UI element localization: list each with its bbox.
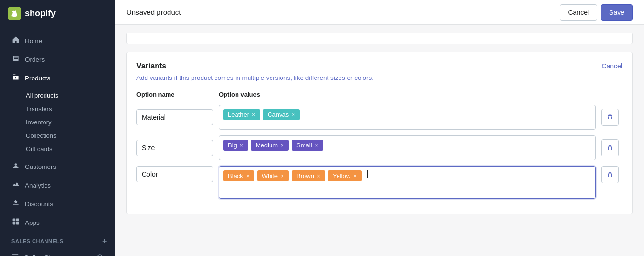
text-cursor [367, 170, 368, 178]
tag-white-label: White [262, 172, 278, 179]
sales-channels-header: SALES CHANNELS + [0, 232, 115, 248]
tag-medium-remove[interactable]: × [281, 142, 284, 149]
tag-medium: Medium × [251, 140, 289, 151]
option-name-input-size[interactable] [136, 140, 213, 156]
sidebar-item-discounts-label: Discounts [25, 200, 53, 208]
discounts-icon [11, 199, 20, 209]
online-store-left: Online Store [11, 253, 60, 256]
tag-big: Big × [223, 140, 248, 151]
tag-big-label: Big [228, 142, 237, 149]
sidebar: shopify Home Orders Products All product… [0, 0, 115, 256]
sidebar-item-products[interactable]: Products [4, 69, 111, 87]
home-icon [11, 36, 20, 45]
col-option-name-header: Option name [136, 91, 213, 98]
sidebar-item-gift-cards[interactable]: Gift cards [21, 143, 111, 156]
sidebar-item-inventory[interactable]: Inventory [21, 116, 111, 129]
tag-big-remove[interactable]: × [240, 142, 243, 149]
tag-canvas-label: Canvas [268, 111, 289, 118]
sidebar-item-all-products[interactable]: All products [21, 89, 111, 102]
customers-icon [11, 162, 20, 171]
tag-leather-remove[interactable]: × [252, 111, 255, 118]
tag-yellow: Yellow × [328, 170, 362, 181]
tag-brown-label: Brown [296, 172, 314, 179]
partial-card [126, 33, 633, 44]
tag-leather: Leather × [223, 109, 260, 120]
tag-leather-label: Leather [228, 111, 249, 118]
tag-yellow-label: Yellow [333, 172, 350, 179]
tag-black: Black × [223, 170, 254, 181]
tag-black-label: Black [228, 172, 243, 179]
products-icon [11, 73, 20, 83]
option-row-material: Leather × Canvas × [136, 105, 622, 130]
col-option-values-header: Option values [219, 91, 596, 98]
option-name-input-color[interactable] [136, 166, 213, 182]
tag-small-label: Small [296, 142, 312, 149]
main-content: Unsaved product Cancel Save Variants Can… [115, 0, 644, 256]
sidebar-item-analytics-label: Analytics [25, 182, 51, 189]
sidebar-item-analytics[interactable]: Analytics [4, 176, 111, 194]
sidebar-item-home-label: Home [25, 37, 42, 45]
add-sales-channel-icon[interactable]: + [102, 237, 107, 245]
sidebar-item-orders-label: Orders [25, 56, 45, 63]
tag-white: White × [257, 170, 289, 181]
online-store-icon [11, 253, 19, 256]
shopify-logo-icon [8, 7, 21, 20]
apps-icon [11, 218, 20, 227]
cancel-button[interactable]: Cancel [560, 4, 597, 21]
variants-card: Variants Cancel Add variants if this pro… [126, 52, 633, 214]
delete-size-button[interactable] [601, 139, 619, 156]
svg-point-0 [15, 163, 17, 166]
page-title: Unsaved product [126, 8, 181, 16]
tag-white-remove[interactable]: × [281, 173, 284, 179]
sidebar-logo: shopify [0, 0, 115, 27]
sales-channels-label: SALES CHANNELS [11, 238, 64, 244]
tag-medium-label: Medium [256, 142, 278, 149]
content-area: Variants Cancel Add variants if this pro… [115, 25, 644, 226]
save-button[interactable]: Save [601, 4, 633, 21]
tag-brown: Brown × [292, 170, 325, 181]
online-store-label: Online Store [24, 254, 60, 256]
sidebar-item-customers[interactable]: Customers [4, 157, 111, 176]
option-values-color[interactable]: Black × White × Brown × Yellow × [219, 166, 596, 199]
top-bar-actions: Cancel Save [560, 4, 633, 21]
online-store-visibility-icon[interactable] [96, 253, 103, 256]
variants-description: Add variants if this product comes in mu… [136, 74, 622, 81]
tag-small-remove[interactable]: × [315, 142, 318, 149]
delete-color-button[interactable] [601, 166, 619, 183]
sidebar-item-orders[interactable]: Orders [4, 50, 111, 68]
delete-material-button[interactable] [601, 109, 619, 126]
sidebar-item-customers-label: Customers [25, 163, 56, 170]
variants-header: Variants Cancel [136, 62, 622, 70]
tag-black-remove[interactable]: × [246, 173, 249, 179]
sidebar-item-transfers[interactable]: Transfers [21, 102, 111, 115]
option-row-color: Black × White × Brown × Yellow × [136, 166, 622, 199]
option-values-size[interactable]: Big × Medium × Small × [219, 135, 596, 160]
sidebar-item-discounts[interactable]: Discounts [4, 195, 111, 213]
options-header-row: Option name Option values [136, 91, 622, 102]
logo-text: shopify [25, 9, 56, 19]
tag-canvas-remove[interactable]: × [292, 111, 295, 118]
option-values-material[interactable]: Leather × Canvas × [219, 105, 596, 130]
sidebar-item-online-store[interactable]: Online Store [4, 249, 111, 256]
tag-yellow-remove[interactable]: × [353, 173, 357, 179]
sidebar-navigation: Home Orders Products All products Transf… [0, 27, 115, 256]
svg-rect-1 [13, 219, 16, 222]
sidebar-item-home[interactable]: Home [4, 32, 111, 50]
top-bar: Unsaved product Cancel Save [115, 0, 644, 25]
tag-small: Small × [292, 140, 323, 151]
sidebar-item-products-label: Products [25, 75, 50, 82]
svg-rect-4 [16, 222, 19, 225]
option-row-size: Big × Medium × Small × [136, 135, 622, 160]
variants-title: Variants [136, 62, 166, 70]
tag-brown-remove[interactable]: × [317, 173, 320, 179]
svg-rect-2 [16, 219, 19, 222]
variants-cancel-link[interactable]: Cancel [601, 62, 622, 70]
sidebar-item-collections[interactable]: Collections [21, 129, 111, 142]
analytics-icon [11, 180, 20, 190]
sidebar-item-apps-label: Apps [25, 219, 40, 226]
orders-icon [11, 55, 20, 64]
products-submenu: All products Transfers Inventory Collect… [0, 88, 115, 157]
option-name-input-material[interactable] [136, 109, 213, 125]
sidebar-item-apps[interactable]: Apps [4, 213, 111, 232]
svg-rect-3 [13, 222, 16, 225]
